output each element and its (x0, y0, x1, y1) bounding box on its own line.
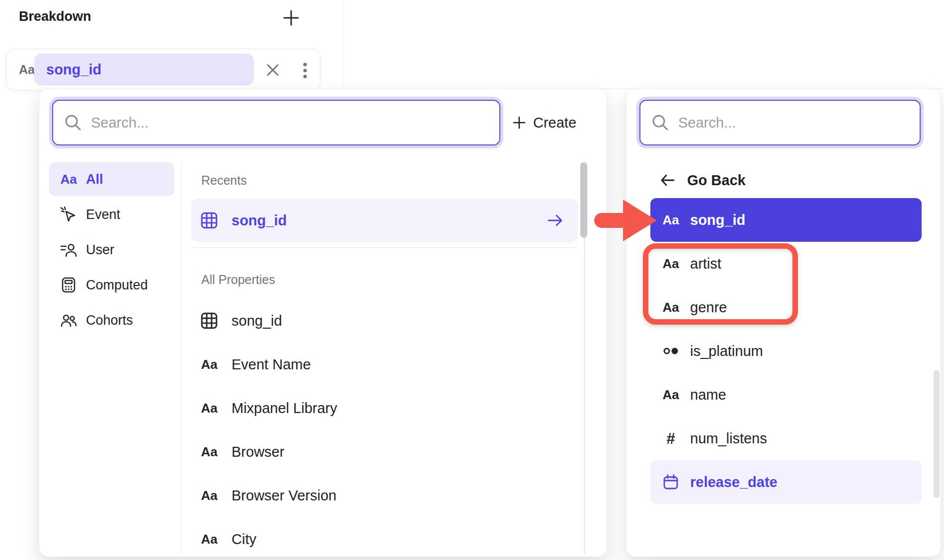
create-property-button[interactable]: Create (512, 107, 576, 139)
sub-property-row-genre[interactable]: Aa genre (650, 285, 922, 329)
text-type-icon: Aa (59, 173, 78, 186)
go-back-label: Go Back (687, 172, 746, 189)
property-label: song_id (232, 313, 282, 329)
category-label: Cohorts (86, 313, 133, 328)
text-type-icon: Aa (200, 445, 219, 458)
sub-property-row-song-id[interactable]: Aa song_id (650, 198, 922, 242)
category-label: User (86, 242, 114, 258)
chip-value-label: song_id (46, 62, 101, 78)
scrollbar-thumb[interactable] (934, 370, 940, 498)
recent-property-song-id[interactable]: song_id (191, 199, 578, 242)
property-search (52, 100, 500, 145)
text-type-icon: Aa (19, 63, 35, 77)
sub-property-row-num-listens[interactable]: # num_listens (650, 417, 922, 460)
kebab-menu-icon (300, 61, 311, 80)
category-label: Computed (86, 278, 148, 293)
category-event[interactable]: Event (49, 198, 174, 231)
sub-property-row-name[interactable]: Aa name (650, 373, 922, 417)
breakdown-chip-value[interactable]: song_id (34, 54, 254, 85)
create-label: Create (533, 115, 576, 131)
calendar-icon (661, 473, 680, 491)
close-icon (265, 63, 280, 77)
recents-header: Recents (201, 174, 578, 187)
annotation-arrow (594, 198, 659, 243)
calculator-icon (59, 276, 78, 294)
sub-property-label: release_date (690, 474, 778, 490)
value-search (639, 100, 921, 145)
property-value-panel: Go Back Aa song_id Aa artist Aa genre is… (626, 88, 941, 557)
category-all[interactable]: Aa All (49, 162, 174, 196)
sub-property-label: is_platinum (690, 343, 763, 359)
text-type-icon: Aa (200, 533, 219, 546)
category-label: All (86, 172, 103, 187)
sub-property-row-artist[interactable]: Aa artist (650, 242, 922, 285)
search-icon (651, 114, 669, 132)
sub-property-label: genre (690, 299, 727, 316)
remove-breakdown-button[interactable] (265, 63, 280, 77)
property-label: Browser Version (232, 488, 336, 504)
breakdown-section-title: Breakdown (19, 9, 91, 24)
add-breakdown-button[interactable] (281, 8, 301, 28)
people-icon (59, 311, 78, 329)
property-row-event-name[interactable]: Aa Event Name (191, 343, 578, 386)
search-input[interactable] (678, 115, 879, 131)
breakdown-options-button[interactable] (300, 61, 311, 80)
table-grid-icon (200, 311, 219, 330)
screen: Breakdown Aa song_id Create Aa All (0, 0, 944, 560)
sub-property-label: artist (690, 256, 721, 272)
drill-in-arrow-icon[interactable] (546, 211, 564, 229)
category-user[interactable]: User (49, 233, 174, 267)
property-label: Browser (232, 444, 284, 460)
text-type-icon: Aa (661, 388, 680, 401)
text-type-icon: Aa (200, 402, 219, 415)
category-label: Event (86, 207, 120, 222)
plus-icon (282, 9, 300, 27)
text-type-icon: Aa (661, 257, 680, 270)
property-label: Event Name (232, 356, 311, 373)
sub-property-label: name (690, 387, 726, 403)
property-row-browser-version[interactable]: Aa Browser Version (191, 474, 578, 517)
text-type-icon: Aa (661, 301, 680, 314)
category-sidebar: Aa All Event User Computed (49, 162, 174, 337)
property-row-city[interactable]: Aa City (191, 517, 578, 560)
search-icon (64, 114, 82, 132)
number-icon: # (661, 431, 680, 446)
go-back-button[interactable]: Go Back (659, 164, 746, 196)
list-divider (191, 247, 578, 248)
property-row-song-id[interactable]: song_id (191, 299, 578, 343)
category-cohorts[interactable]: Cohorts (49, 303, 174, 337)
text-type-icon: Aa (200, 489, 219, 502)
arrow-left-icon (659, 172, 676, 189)
search-input[interactable] (91, 115, 417, 131)
text-type-icon: Aa (200, 358, 219, 371)
breakdown-chip: Aa song_id (6, 49, 320, 90)
property-row-mixpanel-library[interactable]: Aa Mixpanel Library (191, 386, 578, 430)
property-label: Mixpanel Library (232, 400, 337, 417)
property-row-browser[interactable]: Aa Browser (191, 430, 578, 474)
sub-property-label: num_listens (690, 430, 767, 447)
sub-property-row-release-date[interactable]: release_date (650, 460, 922, 504)
property-picker-panel: Create Aa All Event User (39, 88, 607, 557)
plus-icon (512, 116, 526, 130)
recent-property-label: song_id (232, 212, 287, 229)
text-type-icon: Aa (661, 213, 680, 226)
sub-property-row-is-platinum[interactable]: is_platinum (650, 329, 922, 373)
sub-property-label: song_id (690, 212, 745, 228)
all-properties-list: song_id Aa Event Name Aa Mixpanel Librar… (191, 299, 578, 560)
user-list-icon (59, 241, 78, 259)
property-label: City (232, 531, 256, 548)
app-vertical-divider (342, 0, 343, 88)
table-grid-icon (200, 211, 219, 230)
sidebar-divider (181, 163, 182, 556)
property-list: Recents song_id All Properties song_id (191, 163, 578, 560)
sub-property-list: Aa song_id Aa artist Aa genre is_platinu… (650, 198, 922, 504)
cursor-click-icon (59, 206, 78, 223)
boolean-icon (661, 342, 680, 360)
scrollbar-thumb[interactable] (580, 162, 587, 238)
category-computed[interactable]: Computed (49, 268, 174, 302)
all-properties-header: All Properties (201, 274, 578, 286)
